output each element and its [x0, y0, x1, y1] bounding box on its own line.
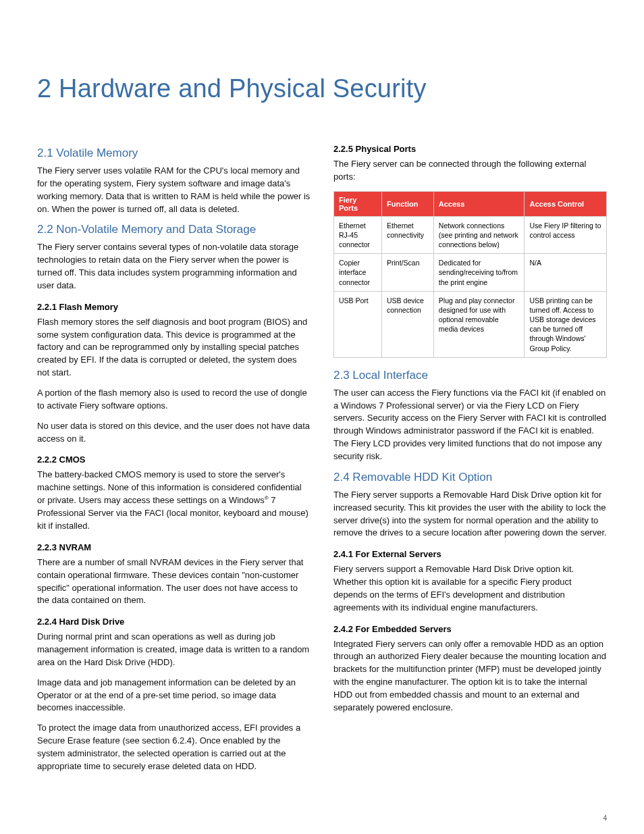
heading-2-4-1: 2.4.1 For External Servers	[333, 549, 607, 559]
heading-2-2-3: 2.2.3 NVRAM	[37, 542, 311, 552]
cell: Ethernet connectivity	[382, 216, 434, 254]
heading-2-3: 2.3 Local Interface	[333, 369, 607, 382]
cell: Plug and play connector designed for use…	[433, 291, 525, 357]
cell: Network connections (see printing and ne…	[433, 216, 525, 254]
para: Flash memory stores the self diagnosis a…	[37, 316, 311, 380]
para: There are a number of small NVRAM device…	[37, 556, 311, 607]
heading-2-2-2: 2.2.2 CMOS	[37, 454, 311, 465]
para: The Fiery server supports a Removable Ha…	[333, 489, 607, 540]
para: The user can access the Fiery functions …	[333, 387, 607, 463]
para: Image data and job management informatio…	[37, 677, 311, 715]
th-ports: Fiery Ports	[334, 191, 382, 216]
para: No user data is stored on this device, a…	[37, 420, 311, 446]
para: During normal print and scan operations …	[37, 631, 311, 669]
cell: Use Fiery IP filtering to control access	[525, 216, 607, 254]
cell: USB Port	[334, 291, 382, 357]
para: A portion of the flash memory also is us…	[37, 387, 311, 413]
cell: N/A	[525, 254, 607, 292]
heading-2-2-1: 2.2.1 Flash Memory	[37, 302, 311, 312]
heading-2-2-4: 2.2.4 Hard Disk Drive	[37, 617, 311, 627]
right-column: 2.2.5 Physical Ports The Fiery server ca…	[333, 144, 607, 781]
cell: Dedicated for sending/receiving to/from …	[433, 254, 525, 292]
para-cmos: The battery-backed CMOS memory is used t…	[37, 469, 311, 533]
left-column: 2.1 Volatile Memory The Fiery server use…	[37, 144, 311, 781]
cell: Copier interface connector	[334, 254, 382, 292]
heading-2-2: 2.2 Non-Volatile Memory and Data Storage	[37, 223, 311, 236]
heading-2-4: 2.4 Removable HDD Kit Option	[333, 471, 607, 484]
th-access: Access	[433, 191, 525, 216]
para: The Fiery server can be connected throug…	[333, 158, 607, 184]
cmos-text-a: The battery-backed CMOS memory is used t…	[37, 469, 302, 505]
ports-table: Fiery Ports Function Access Access Contr…	[333, 191, 607, 358]
table-header-row: Fiery Ports Function Access Access Contr…	[334, 191, 607, 216]
para: To protect the image data from unauthori…	[37, 722, 311, 773]
th-function: Function	[382, 191, 434, 216]
page-number: 4	[603, 814, 607, 822]
cell: USB device connection	[382, 291, 434, 357]
page-title: 2 Hardware and Physical Security	[37, 74, 607, 103]
th-access-control: Access Control	[525, 191, 607, 216]
table-row: Ethernet RJ-45 connector Ethernet connec…	[334, 216, 607, 254]
cell: Ethernet RJ-45 connector	[334, 216, 382, 254]
para: The Fiery server uses volatile RAM for t…	[37, 165, 311, 215]
para: The Fiery server contains several types …	[37, 241, 311, 292]
heading-2-1: 2.1 Volatile Memory	[37, 147, 311, 160]
table-row: Copier interface connector Print/Scan De…	[334, 254, 607, 292]
cell: USB printing can be turned off. Access t…	[525, 291, 607, 357]
heading-2-2-5: 2.2.5 Physical Ports	[333, 144, 607, 154]
cell: Print/Scan	[382, 254, 434, 292]
table-row: USB Port USB device connection Plug and …	[334, 291, 607, 357]
content-columns: 2.1 Volatile Memory The Fiery server use…	[37, 144, 607, 781]
heading-2-4-2: 2.4.2 For Embedded Servers	[333, 624, 607, 634]
para: Fiery servers support a Removable Hard D…	[333, 563, 607, 614]
para: Integrated Fiery servers can only offer …	[333, 638, 607, 714]
